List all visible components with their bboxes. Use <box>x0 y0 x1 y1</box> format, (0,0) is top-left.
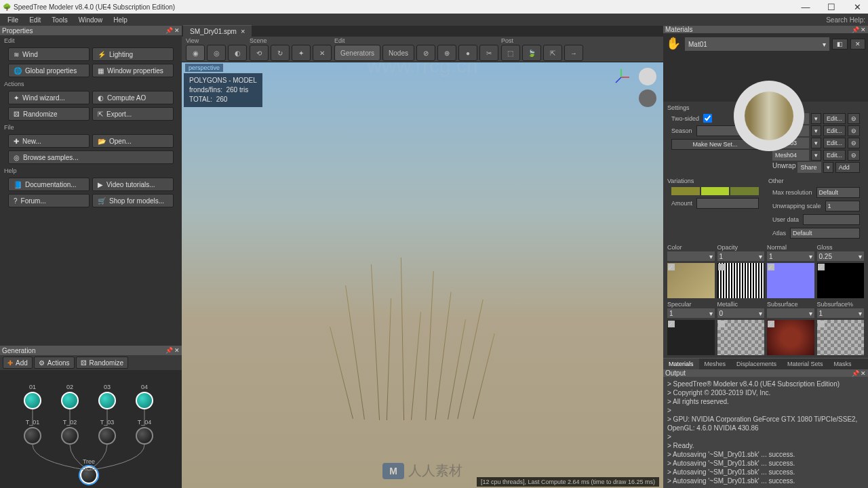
mesh-edit[interactable]: Edit... <box>823 113 846 124</box>
node-t04[interactable]: T_04 <box>136 419 153 445</box>
amount-field[interactable] <box>696 198 759 209</box>
gloss-map-thumb[interactable]: ✓ <box>817 263 865 298</box>
close-icon[interactable]: ✕ <box>861 370 866 377</box>
maxres-field[interactable]: Default <box>816 187 860 198</box>
subsurface2-map-thumb[interactable] <box>817 320 865 355</box>
mesh-dropdown[interactable]: ▾ <box>811 125 821 136</box>
normal-map-thumb[interactable]: ✓ <box>767 263 814 298</box>
menu-file[interactable]: File <box>3 16 23 24</box>
subsurface-map-thumb[interactable]: ✓ <box>767 320 814 355</box>
axis-gizmo[interactable] <box>612 68 631 87</box>
metallic-map-val[interactable]: 0▾ <box>717 308 765 318</box>
minimize-button[interactable]: — <box>797 2 814 12</box>
scene-btn-2[interactable]: ↻ <box>271 45 290 61</box>
edit-btn-1[interactable]: ⊘ <box>416 45 435 61</box>
mesh-del[interactable]: ⊖ <box>848 113 860 124</box>
maximize-button[interactable]: ☐ <box>823 2 840 12</box>
window-props-button[interactable]: ▦Window properties <box>92 64 174 77</box>
scene-btn-3[interactable]: ✦ <box>292 45 311 61</box>
two-sided-checkbox[interactable] <box>703 114 712 123</box>
generators-button[interactable]: Generators <box>334 45 380 61</box>
node-t03[interactable]: T_03 <box>98 419 116 445</box>
mesh-del[interactable]: ⊖ <box>848 125 860 136</box>
add-mesh[interactable]: Add <box>835 162 860 173</box>
video-tutorials-button[interactable]: ▶Video tutorials... <box>92 178 174 191</box>
browse-samples-button[interactable]: ◎Browse samples... <box>8 150 174 164</box>
tab-masks[interactable]: Masks <box>829 359 857 369</box>
uscale-field[interactable]: 1 <box>825 201 860 211</box>
mesh-edit[interactable]: Edit... <box>823 138 846 148</box>
wind-gizmo-icon[interactable] <box>639 89 656 107</box>
tab-close-icon[interactable]: × <box>241 27 245 35</box>
export-button[interactable]: ⇱Export... <box>92 107 174 121</box>
wind-wizard-button[interactable]: ✦Wind wizard... <box>8 91 90 104</box>
variation-colors[interactable] <box>667 186 763 197</box>
menu-help[interactable]: Help <box>108 16 132 24</box>
view-btn-3[interactable]: ◐ <box>228 45 247 61</box>
forum-button[interactable]: ?Forum... <box>8 194 90 207</box>
output-log[interactable]: > SpeedTree® Modeler v8.4.0 (UE4 Subscri… <box>663 377 868 488</box>
pin-icon[interactable]: 📌 <box>852 26 859 33</box>
mesh-del[interactable]: ⊖ <box>848 138 860 148</box>
pin-icon[interactable]: 📌 <box>852 370 859 377</box>
hand-icon[interactable]: ✋ <box>666 36 682 52</box>
randomize-button[interactable]: ⚄Randomize <box>8 107 90 121</box>
documentation-button[interactable]: 📘Documentation... <box>8 178 90 191</box>
post-btn-4[interactable]: → <box>564 45 583 61</box>
close-icon[interactable]: ✕ <box>174 27 180 34</box>
node-03[interactable]: 03 <box>98 384 116 409</box>
gen-randomize-button[interactable]: ⚄Randomize <box>76 357 129 369</box>
subsurface2-map-val[interactable]: 1▾ <box>817 308 865 318</box>
specular-map-val[interactable]: 1▾ <box>667 308 715 318</box>
normal-map-val[interactable]: 1▾ <box>767 251 814 261</box>
mesh-dropdown[interactable]: ▾ <box>811 113 821 124</box>
scene-btn-1[interactable]: ⟲ <box>250 45 269 61</box>
tab-meshes[interactable]: Meshes <box>699 359 732 369</box>
color-map-val[interactable]: ▾ <box>667 251 715 261</box>
close-button[interactable]: ✕ <box>849 2 865 12</box>
tab-displacements[interactable]: Displacements <box>731 359 782 369</box>
mesh-edit[interactable]: Edit... <box>823 150 846 161</box>
mat-btn-1[interactable]: ◧ <box>832 39 848 49</box>
mesh-del[interactable]: ⊖ <box>848 150 860 161</box>
material-select[interactable]: Mat01▾ <box>685 37 829 51</box>
metallic-map-thumb[interactable] <box>717 320 765 355</box>
view-btn-2[interactable]: ◎ <box>207 45 226 61</box>
search-help[interactable]: Search Help: <box>826 16 865 24</box>
mat-btn-2[interactable]: ✕ <box>850 39 865 49</box>
unwrap-mode[interactable]: Share <box>797 162 821 173</box>
generation-canvas[interactable]: 01 02 03 04 T_01 T_02 T_03 T_04 Tree <box>0 370 182 488</box>
viewport[interactable]: perspective POLYGONS - MODEL fronds/fins… <box>182 62 663 488</box>
close-icon[interactable]: ✕ <box>174 347 180 354</box>
gen-actions-button[interactable]: ⚙Actions <box>34 357 75 369</box>
wind-button[interactable]: ≋Wind <box>8 47 90 61</box>
menu-window[interactable]: Window <box>74 16 108 24</box>
node-02[interactable]: 02 <box>61 384 79 409</box>
node-01[interactable]: 01 <box>24 384 41 409</box>
shop-button[interactable]: 🛒Shop for models... <box>92 194 174 207</box>
menu-edit[interactable]: Edit <box>24 16 45 24</box>
light-gizmo-icon[interactable] <box>639 68 656 85</box>
nodes-button[interactable]: Nodes <box>382 45 414 61</box>
close-icon[interactable]: ✕ <box>861 26 866 33</box>
node-tree[interactable]: Tree <box>80 458 98 484</box>
node-04[interactable]: 04 <box>136 384 153 409</box>
unwrap-dropdown[interactable]: ▾ <box>823 162 833 173</box>
add-node-button[interactable]: ✚Add <box>3 357 33 369</box>
tab-materials[interactable]: Materials <box>663 359 699 369</box>
pin-icon[interactable]: 📌 <box>165 27 173 34</box>
post-btn-1[interactable]: ⬚ <box>501 45 520 61</box>
atlas-field[interactable]: Default <box>790 228 860 239</box>
lighting-button[interactable]: ⚡Lighting <box>92 47 174 61</box>
open-button[interactable]: 📂Open... <box>92 134 174 148</box>
edit-btn-3[interactable]: ● <box>458 45 477 61</box>
view-btn-1[interactable]: ◉ <box>186 45 205 61</box>
userdata-field[interactable] <box>803 214 860 225</box>
post-btn-2[interactable]: 🍃 <box>522 45 541 61</box>
tab-material-sets[interactable]: Material Sets <box>782 359 829 369</box>
edit-btn-2[interactable]: ⊕ <box>437 45 456 61</box>
opacity-map-thumb[interactable]: ✓ <box>717 263 765 298</box>
pin-icon[interactable]: 📌 <box>165 347 173 354</box>
node-t01[interactable]: T_01 <box>24 419 41 445</box>
mesh-edit[interactable]: Edit... <box>823 125 846 136</box>
